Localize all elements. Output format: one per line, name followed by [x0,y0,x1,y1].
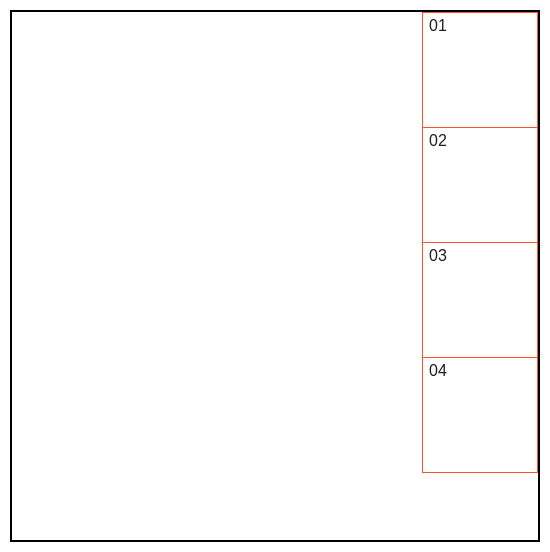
cell-04: 04 [422,357,538,473]
cell-03: 03 [422,242,538,358]
cell-label: 03 [429,247,447,264]
cell-label: 04 [429,362,447,379]
cell-column: 01 02 03 04 [422,12,538,473]
cell-01: 01 [422,12,538,128]
cell-02: 02 [422,127,538,243]
cell-label: 01 [429,17,447,34]
cell-label: 02 [429,132,447,149]
diagram-canvas: 01 02 03 04 [0,0,550,552]
